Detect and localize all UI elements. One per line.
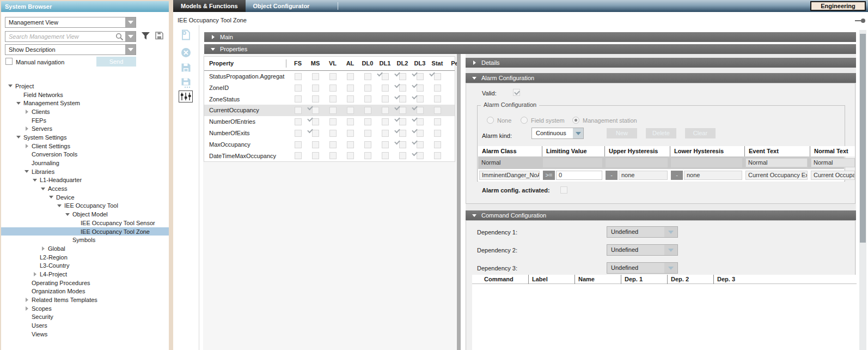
section-details[interactable]: Details — [466, 58, 856, 68]
tree-item-clients[interactable]: Clients — [1, 107, 169, 116]
send-button[interactable]: Send — [96, 57, 136, 67]
checkbox-dl0[interactable] — [364, 85, 371, 92]
checkbox-ms[interactable] — [312, 118, 319, 125]
tree-down-arrow-icon[interactable] — [15, 102, 22, 105]
upper-hysteresis-value[interactable]: none — [619, 171, 668, 180]
checkbox-ms[interactable] — [312, 107, 319, 114]
dependency-3-dropdown[interactable]: Undefined — [607, 262, 678, 274]
tree-item-object-model[interactable]: Object Model — [1, 210, 169, 219]
tree-item-journaling[interactable]: Journaling — [1, 159, 169, 167]
tree-item-symbols[interactable]: Symbols — [1, 236, 169, 244]
tree-item-client-settings[interactable]: Client Settings — [1, 142, 169, 150]
checkbox-al[interactable] — [347, 141, 354, 148]
checkbox-fs[interactable] — [295, 152, 302, 159]
limiting-value-value[interactable]: 0 — [556, 171, 602, 180]
tree-item-management-system[interactable]: Management System — [1, 99, 169, 107]
checkbox-vl[interactable] — [329, 141, 337, 148]
checkbox-al[interactable] — [347, 95, 354, 102]
tree-item-views[interactable]: Views — [1, 330, 169, 339]
radio-none[interactable]: None — [487, 117, 511, 124]
description-selector[interactable]: Show Description — [5, 44, 136, 55]
property-row-statuspropagation-aggregat[interactable]: StatusPropagation.Aggregat — [204, 71, 455, 82]
checkbox-vl[interactable] — [329, 85, 337, 92]
new-object-icon[interactable] — [179, 29, 193, 41]
chevron-down-icon[interactable] — [664, 227, 677, 237]
checkbox-vl[interactable] — [329, 95, 337, 102]
checkbox-dl0[interactable] — [364, 141, 371, 148]
tree-item-l3-country[interactable]: L3-Country — [1, 261, 169, 270]
engineering-mode-button[interactable]: Engineering — [810, 1, 866, 11]
chevron-down-icon[interactable] — [125, 32, 136, 41]
filter-icon[interactable] — [141, 32, 150, 41]
tree-right-arrow-icon[interactable] — [23, 144, 30, 148]
checkbox-vl[interactable] — [329, 152, 337, 159]
checkbox-al[interactable] — [347, 107, 354, 114]
tree-down-arrow-icon[interactable] — [31, 179, 39, 182]
tree-item-organization-modes[interactable]: Organization Modes — [1, 287, 169, 296]
lower-hysteresis-value[interactable]: none — [684, 171, 742, 180]
view-selector[interactable]: Management View — [5, 17, 136, 28]
checkbox-dl0[interactable] — [364, 73, 371, 80]
limiting-value-operator[interactable]: >= — [543, 171, 555, 180]
save-icon[interactable] — [179, 62, 193, 74]
chevron-down-icon[interactable] — [573, 128, 583, 138]
tree-item-l4-project[interactable]: L4-Project — [1, 270, 169, 279]
checkbox-stat[interactable] — [434, 85, 441, 92]
tree-item-l2-region[interactable]: L2-Region — [1, 253, 169, 262]
dependency-2-dropdown[interactable]: Undefined — [607, 244, 678, 256]
checkbox-vl[interactable] — [329, 73, 337, 80]
chevron-down-icon[interactable] — [664, 263, 677, 273]
tree-item-iee-occupancy-tool-zone[interactable]: IEE Occupancy Tool Zone — [1, 227, 169, 236]
checkbox-dl3[interactable] — [417, 73, 424, 80]
tree-down-arrow-icon[interactable] — [23, 170, 30, 173]
section-command-configuration[interactable]: Command Configuration — [466, 210, 856, 220]
tree-right-arrow-icon[interactable] — [23, 306, 30, 311]
checkbox-fs[interactable] — [295, 130, 302, 137]
upper-hysteresis-operator[interactable]: - — [606, 171, 618, 180]
section-main[interactable]: Main — [204, 32, 856, 42]
checkbox-stat[interactable] — [434, 130, 441, 137]
checkbox-fs[interactable] — [295, 141, 302, 148]
checkbox-al[interactable] — [347, 73, 354, 80]
checkbox-dl1[interactable] — [382, 85, 389, 92]
checkbox-al[interactable] — [347, 118, 354, 125]
tree-down-arrow-icon[interactable] — [64, 213, 71, 216]
tree-down-arrow-icon[interactable] — [7, 85, 14, 87]
checkbox-dl2[interactable] — [399, 141, 406, 148]
property-row-zonestatus[interactable]: ZoneStatus — [204, 94, 455, 105]
alarm-row-normal[interactable]: NormalNormalNormal — [478, 156, 844, 169]
new-button[interactable]: New — [607, 128, 637, 138]
tree-item-field-networks[interactable]: Field Networks — [1, 90, 169, 99]
search-input[interactable]: Search Management View — [5, 31, 136, 42]
checkbox-dl2[interactable] — [399, 130, 406, 137]
checkbox-dl2[interactable] — [399, 118, 406, 125]
checkbox-dl3[interactable] — [417, 85, 424, 92]
checkbox-dl2[interactable] — [399, 85, 406, 92]
checkbox-dl1[interactable] — [382, 73, 389, 80]
checkbox-dl3[interactable] — [417, 130, 424, 137]
tree-item-operating-procedures[interactable]: Operating Procedures — [1, 279, 169, 287]
checkbox-vl[interactable] — [329, 130, 337, 137]
tree-item-libraries[interactable]: Libraries — [1, 167, 169, 176]
checkbox-stat[interactable] — [434, 118, 441, 125]
checkbox-ms[interactable] — [312, 95, 319, 102]
alarm-activated-checkbox[interactable] — [560, 186, 567, 194]
checkbox-dl2[interactable] — [399, 95, 406, 102]
checkbox-fs[interactable] — [295, 73, 302, 80]
checkbox-dl0[interactable] — [364, 118, 371, 125]
checkbox-stat[interactable] — [434, 73, 441, 80]
checkbox-vl[interactable] — [329, 118, 337, 125]
event-text-value[interactable]: Current Occupancy Exc — [745, 171, 808, 180]
checkbox-stat[interactable] — [434, 152, 441, 159]
checkbox-ms[interactable] — [312, 85, 319, 92]
delete-button[interactable]: Delete — [646, 128, 676, 138]
checkbox-dl1[interactable] — [382, 130, 389, 137]
tree-item-scopes[interactable]: Scopes — [1, 304, 169, 313]
tree-down-arrow-icon[interactable] — [15, 136, 22, 138]
tree-right-arrow-icon[interactable] — [23, 298, 30, 302]
tree-right-arrow-icon[interactable] — [39, 246, 47, 251]
checkbox-al[interactable] — [347, 85, 354, 92]
radio-management-station[interactable]: Management station — [572, 117, 637, 124]
checkbox-al[interactable] — [347, 130, 354, 137]
checkbox-ms[interactable] — [312, 73, 319, 80]
